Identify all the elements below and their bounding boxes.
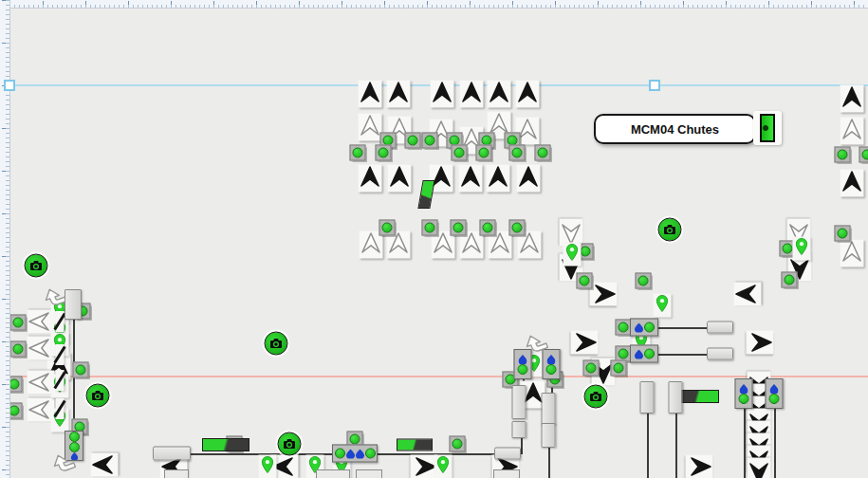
status-dot-indicator[interactable] [509,220,526,236]
conveyor-block[interactable] [542,423,556,448]
chevron-right-icon[interactable] [747,331,774,355]
chevron-up-icon[interactable] [840,170,864,197]
status-dot-indicator[interactable] [350,145,366,161]
location-pin-icon[interactable] [654,294,672,318]
status-dot-indicator[interactable] [835,147,851,163]
conveyor-line [647,413,649,478]
status-dot-indicator[interactable] [535,145,551,161]
camera-icon[interactable] [658,218,682,242]
status-dot-indicator[interactable] [10,341,27,358]
conveyor-block[interactable] [669,381,683,414]
door-indicator[interactable] [753,111,782,145]
sensor-box[interactable] [735,378,753,409]
status-dot-indicator[interactable] [583,360,600,377]
status-dot-indicator[interactable] [422,220,438,236]
status-dot-indicator[interactable] [405,133,421,149]
chevron-up-icon[interactable] [517,165,541,193]
sensor-box[interactable] [630,345,658,363]
status-dot-indicator[interactable] [450,436,466,452]
status-dot-indicator[interactable] [10,315,27,331]
conveyor-end-block[interactable] [707,348,733,360]
camera-icon[interactable] [265,332,288,356]
chevron-up-icon[interactable] [459,165,483,193]
belt-segment-indicator[interactable] [417,180,434,209]
status-dot-indicator[interactable] [509,145,526,161]
conveyor-block-partial[interactable] [164,469,189,478]
status-dot-indicator[interactable] [616,320,632,336]
ruler-horizontal [0,0,868,9]
conveyor-block[interactable] [542,393,556,425]
status-dot-indicator[interactable] [73,362,89,378]
chevron-up-outline-icon[interactable] [840,240,864,267]
chevron-up-outline-icon[interactable] [359,114,382,141]
status-dot-indicator[interactable] [379,220,396,236]
diverter-slash-icon[interactable] [56,344,65,365]
turn-arrow-icon[interactable] [525,332,547,355]
chevron-right-icon[interactable] [571,331,599,355]
conveyor-end-block[interactable] [494,448,521,460]
status-dot-indicator[interactable] [577,273,593,289]
conveyor-line [548,447,550,478]
sensor-box[interactable] [630,319,658,337]
status-dot-indicator[interactable] [376,145,392,161]
diverter-slash-icon[interactable] [56,370,65,391]
diverter-slash-icon[interactable] [56,311,65,332]
status-dot-indicator[interactable] [476,145,492,161]
diverter-slash-icon[interactable] [56,398,65,419]
camera-icon[interactable] [25,254,48,278]
chevron-up-icon[interactable] [840,85,864,113]
chevron-left-icon[interactable] [734,283,762,306]
status-dot-indicator[interactable] [452,145,468,161]
sensor-box[interactable] [766,378,784,409]
chevron-up-icon[interactable] [387,81,411,108]
location-pin-icon[interactable] [259,455,277,478]
conveyor-end-block[interactable] [153,447,191,461]
camera-icon[interactable] [278,432,302,456]
conveyor-end-block[interactable] [707,322,733,334]
guide-handle[interactable] [649,80,660,91]
chevron-up-icon[interactable] [516,81,540,108]
conveyor-block-partial[interactable] [493,469,520,478]
sensor-box[interactable] [332,445,378,463]
chevron-left-icon[interactable] [91,453,119,477]
belt-segment-indicator[interactable] [202,438,249,451]
chevron-down-icon[interactable] [748,458,771,478]
conveyor-line [521,437,523,454]
conveyor-block-partial[interactable] [356,469,382,478]
chevron-up-icon[interactable] [488,81,511,108]
red-reference-line[interactable] [0,376,868,377]
turn-arrow-icon[interactable] [52,451,75,474]
status-dot-indicator[interactable] [859,147,868,163]
turn-arrow-icon[interactable] [44,285,66,308]
status-dot-indicator[interactable] [480,220,496,236]
status-dot-indicator[interactable] [782,272,798,288]
chevron-up-icon[interactable] [359,81,382,108]
guide-handle[interactable] [4,80,15,91]
conveyor-block[interactable] [640,381,655,414]
chute-group-label[interactable]: MCM04 Chutes [594,114,756,144]
location-pin-icon[interactable] [434,455,452,478]
chevron-up-icon[interactable] [359,165,382,193]
belt-segment-indicator[interactable] [397,439,433,451]
chevron-up-icon[interactable] [487,165,510,193]
conveyor-line [744,409,746,478]
camera-icon[interactable] [584,385,608,409]
chevron-right-icon[interactable] [590,283,618,306]
chevron-up-outline-icon[interactable] [840,118,864,145]
status-dot-indicator[interactable] [611,360,627,377]
conveyor-block[interactable] [512,421,526,438]
chevron-right-icon[interactable] [686,455,713,478]
status-dot-indicator[interactable] [422,133,438,149]
conveyor-block-partial[interactable] [316,469,350,478]
status-dot-indicator[interactable] [835,226,851,242]
chevron-up-icon[interactable] [431,81,454,108]
conveyor-block[interactable] [512,385,526,419]
location-pin-icon[interactable] [563,243,582,267]
status-dot-indicator[interactable] [451,220,467,236]
location-pin-icon[interactable] [793,237,811,261]
chevron-up-icon[interactable] [460,81,484,108]
conveyor-block[interactable] [65,289,82,320]
chevron-up-icon[interactable] [388,165,412,193]
camera-icon[interactable] [86,384,110,408]
status-dot-indicator[interactable] [636,273,652,289]
